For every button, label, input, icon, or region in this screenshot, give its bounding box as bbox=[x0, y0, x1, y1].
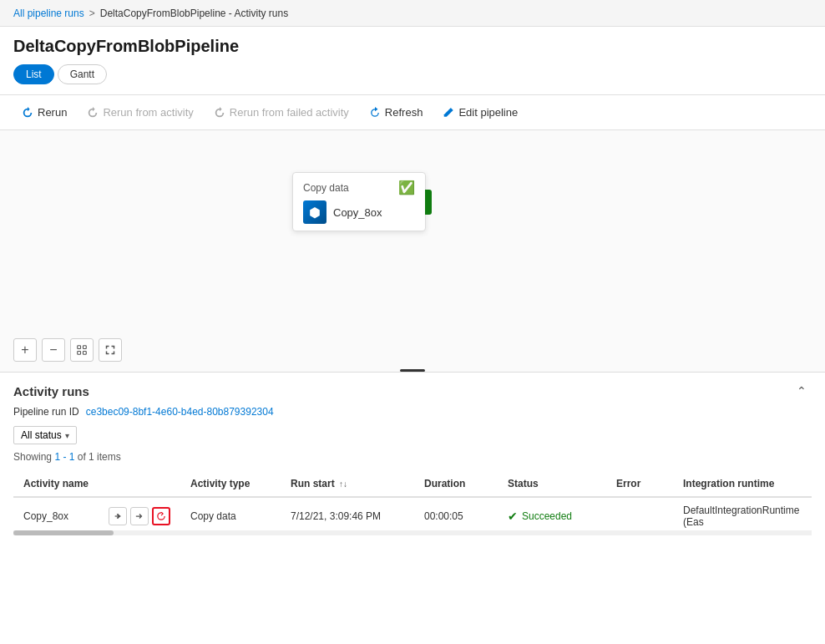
breadcrumb: All pipeline runs > DeltaCopyFromBlobPip… bbox=[13, 8, 288, 19]
section-header: Activity runs ⌃ bbox=[13, 383, 812, 399]
tab-list[interactable]: List bbox=[13, 64, 54, 84]
expand-icon bbox=[105, 345, 115, 355]
activity-runs-section: Activity runs ⌃ Pipeline run ID ce3bec09… bbox=[0, 373, 825, 535]
input-icon-button[interactable] bbox=[109, 507, 127, 525]
page-title: DeltaCopyFromBlobPipeline bbox=[13, 37, 812, 56]
zoom-in-button[interactable]: + bbox=[13, 338, 37, 362]
rerun-row-icon-button[interactable] bbox=[152, 507, 170, 525]
showing-count: 1 - 1 bbox=[54, 451, 74, 463]
table-header: Activity name Activity type Run start ↑↓… bbox=[13, 471, 812, 497]
cell-error bbox=[606, 497, 673, 535]
refresh-icon bbox=[369, 107, 381, 119]
col-header-runstart[interactable]: Run start ↑↓ bbox=[281, 471, 414, 497]
cell-runstart: 7/12/21, 3:09:46 PM bbox=[281, 497, 414, 535]
sort-icon: ↑↓ bbox=[339, 479, 347, 489]
output-icon-button[interactable] bbox=[130, 507, 149, 525]
cell-duration: 00:00:05 bbox=[414, 497, 498, 535]
scroll-thumb[interactable] bbox=[13, 530, 114, 535]
breadcrumb-link-all-pipelines[interactable]: All pipeline runs bbox=[13, 8, 84, 19]
action-icons bbox=[109, 507, 170, 525]
chevron-down-icon: ▾ bbox=[65, 431, 69, 440]
section-title: Activity runs bbox=[13, 384, 89, 398]
table-row: Copy_8ox bbox=[13, 497, 812, 535]
pipeline-node[interactable]: Copy data ✅ ⬢ Copy_8ox bbox=[292, 172, 426, 231]
top-bar: All pipeline runs > DeltaCopyFromBlobPip… bbox=[0, 0, 825, 27]
svg-rect-1 bbox=[84, 346, 87, 349]
activity-name-text: Copy_8ox bbox=[23, 510, 68, 522]
activity-runs-table: Activity name Activity type Run start ↑↓… bbox=[13, 471, 812, 535]
col-header-name: Activity name bbox=[13, 471, 180, 497]
page-header: DeltaCopyFromBlobPipeline List Gantt bbox=[0, 27, 825, 95]
status-text: Succeeded bbox=[522, 510, 572, 522]
rerun-from-activity-button[interactable]: Rerun from activity bbox=[78, 102, 201, 123]
name-cell: Copy_8ox bbox=[23, 507, 170, 525]
node-success-icon: ✅ bbox=[398, 180, 415, 195]
tab-gantt[interactable]: Gantt bbox=[58, 64, 107, 84]
status-filter-dropdown[interactable]: All status ▾ bbox=[13, 426, 77, 444]
svg-rect-0 bbox=[78, 346, 81, 349]
tab-row: List Gantt bbox=[13, 64, 812, 84]
input-icon bbox=[114, 512, 122, 520]
horizontal-scrollbar[interactable] bbox=[13, 530, 812, 535]
showing-text: Showing 1 - 1 of 1 items bbox=[13, 451, 812, 463]
node-right-bar bbox=[425, 190, 432, 215]
status-success-icon: ✔ bbox=[508, 510, 518, 523]
node-header: Copy data ✅ bbox=[303, 180, 415, 195]
rerun-row-icon bbox=[157, 512, 165, 520]
rerun-from-activity-icon bbox=[87, 107, 99, 119]
cell-runtime: DefaultIntegrationRuntime (Eas bbox=[673, 497, 812, 535]
zoom-out-button[interactable]: − bbox=[42, 338, 65, 362]
node-copy-icon: ⬢ bbox=[303, 200, 326, 224]
refresh-button[interactable]: Refresh bbox=[361, 102, 432, 123]
cell-status: ✔ Succeeded bbox=[498, 497, 606, 535]
showing-prefix: Showing bbox=[13, 451, 52, 463]
svg-rect-3 bbox=[84, 352, 87, 355]
pipeline-run-label: Pipeline run ID bbox=[13, 406, 79, 418]
breadcrumb-separator: > bbox=[89, 8, 95, 19]
canvas-controls: + − bbox=[13, 338, 122, 362]
col-header-type: Activity type bbox=[180, 471, 281, 497]
col-header-status: Status bbox=[498, 471, 606, 497]
collapse-button[interactable]: ⌃ bbox=[792, 383, 812, 399]
col-header-duration: Duration bbox=[414, 471, 498, 497]
rerun-button[interactable]: Rerun bbox=[13, 102, 75, 123]
showing-suffix: of 1 items bbox=[78, 451, 121, 463]
pipeline-node-wrapper: Copy data ✅ ⬢ Copy_8ox bbox=[292, 172, 426, 231]
filter-row: All status ▾ bbox=[13, 426, 812, 444]
status-filter-label: All status bbox=[21, 429, 62, 441]
table-body: Copy_8ox bbox=[13, 497, 812, 535]
table-container: Activity name Activity type Run start ↑↓… bbox=[13, 471, 812, 535]
node-name: Copy_8ox bbox=[333, 206, 382, 219]
scroll-indicator bbox=[400, 369, 425, 372]
breadcrumb-current: DeltaCopyFromBlobPipeline - Activity run… bbox=[100, 8, 288, 19]
node-body: ⬢ Copy_8ox bbox=[303, 200, 415, 224]
status-succeeded: ✔ Succeeded bbox=[508, 510, 596, 523]
svg-rect-2 bbox=[78, 352, 81, 355]
output-icon bbox=[135, 512, 144, 520]
col-header-runtime: Integration runtime bbox=[673, 471, 812, 497]
pipeline-run-id-row: Pipeline run ID ce3bec09-8bf1-4e60-b4ed-… bbox=[13, 406, 812, 418]
rerun-from-failed-button[interactable]: Rerun from failed activity bbox=[205, 102, 357, 123]
canvas-area: Copy data ✅ ⬢ Copy_8ox + − bbox=[0, 130, 825, 373]
rerun-icon bbox=[22, 107, 33, 119]
cell-type: Copy data bbox=[180, 497, 281, 535]
col-header-error: Error bbox=[606, 471, 673, 497]
edit-pipeline-button[interactable]: Edit pipeline bbox=[434, 102, 526, 123]
expand-button[interactable] bbox=[99, 338, 122, 362]
fit-button[interactable] bbox=[70, 338, 94, 362]
pipeline-run-value: ce3bec09-8bf1-4e60-b4ed-80b879392304 bbox=[86, 406, 274, 418]
edit-icon bbox=[443, 107, 454, 119]
cell-name: Copy_8ox bbox=[13, 497, 180, 535]
toolbar: Rerun Rerun from activity Rerun from fai… bbox=[0, 95, 825, 130]
rerun-from-failed-icon bbox=[214, 107, 225, 119]
fit-icon bbox=[77, 345, 87, 355]
node-type-label: Copy data bbox=[303, 182, 349, 194]
